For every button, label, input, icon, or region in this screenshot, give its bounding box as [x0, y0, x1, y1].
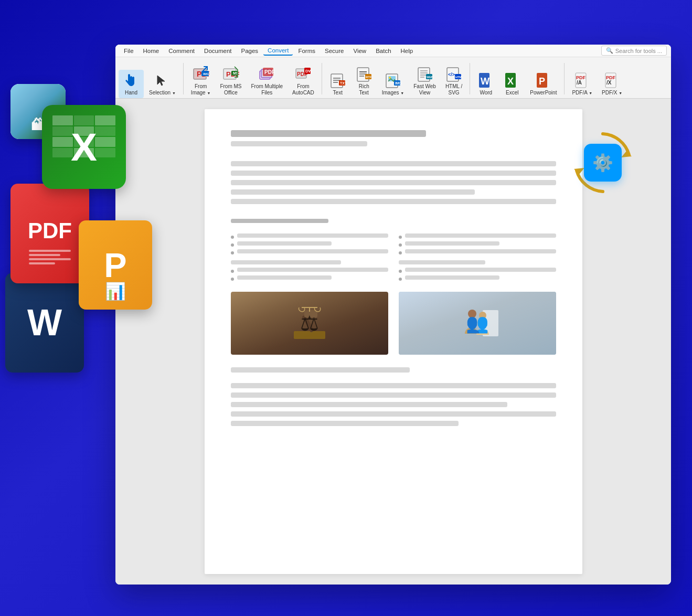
doc-spacer-4: [231, 363, 556, 367]
from-image-btn[interactable]: PDF IMG FromImage ▼: [187, 63, 215, 98]
doc-image-law: [231, 292, 388, 355]
doc-body-line: [231, 171, 556, 176]
menu-forms[interactable]: Forms: [294, 47, 320, 55]
menu-secure[interactable]: Secure: [321, 47, 348, 55]
word-lines: [38, 347, 51, 355]
document-page: [205, 109, 582, 574]
rich-text-icon: RTF: [356, 66, 372, 82]
powerpoint-tool-icon: P: [535, 72, 552, 89]
word-btn[interactable]: W Word: [473, 70, 498, 98]
pdf-x-btn[interactable]: PDF /X PDF/X ▼: [598, 70, 626, 98]
doc-subtitle: [231, 141, 367, 146]
menu-batch[interactable]: Batch: [371, 47, 395, 55]
pdf-a-btn[interactable]: PDF /A PDF/A ▼: [568, 70, 597, 98]
law-svg: [289, 302, 331, 344]
hand-icon: [123, 72, 140, 89]
doc-body-line: [231, 180, 556, 185]
svg-rect-61: [304, 310, 317, 317]
from-autocad-btn[interactable]: PDF DWG FromAutoCAD: [288, 63, 318, 98]
excel-cell: [52, 137, 73, 147]
doc-bullet-dot: [231, 251, 234, 254]
doc-section-heading: [231, 219, 328, 223]
menu-document[interactable]: Document: [200, 47, 236, 55]
svg-text:P: P: [539, 76, 545, 87]
excel-app-icon: X: [42, 105, 126, 189]
svg-text:</>: </>: [448, 72, 455, 77]
excel-tool-icon: X: [504, 72, 520, 89]
separator-2: [322, 63, 322, 94]
pdf-line: [29, 262, 55, 264]
powerpoint-btn[interactable]: P PowerPoint: [526, 70, 561, 98]
ppt-letter: P: [104, 246, 126, 285]
search-box[interactable]: 🔍 Search for tools ...: [601, 46, 667, 56]
ribbon: File Home Comment Document Pages Convert…: [115, 45, 671, 99]
fast-web-view-icon: WEB: [417, 66, 433, 82]
convert-icon-group: ⚙️: [566, 126, 640, 199]
doc-bullet-text: [405, 241, 499, 246]
doc-bullet-dot: [399, 278, 402, 281]
pdf-line: [29, 258, 71, 260]
from-ms-office-label: From MSOffice: [220, 83, 241, 96]
svg-text:W: W: [481, 76, 489, 87]
separator-1: [183, 63, 184, 94]
hand-tool-btn[interactable]: Hand: [119, 70, 144, 98]
excel-grid: [52, 115, 115, 157]
menu-file[interactable]: File: [120, 47, 138, 55]
menu-pages[interactable]: Pages: [237, 47, 263, 55]
from-image-label: FromImage ▼: [191, 83, 211, 96]
svg-text:PDF: PDF: [264, 69, 275, 75]
svg-text:IMG: IMG: [203, 72, 209, 76]
doc-bullet-item: [231, 241, 388, 247]
excel-cell: [95, 137, 115, 147]
doc-col-line: [231, 260, 341, 264]
menu-home[interactable]: Home: [139, 47, 164, 55]
svg-text:IMG: IMG: [395, 81, 401, 85]
excel-btn[interactable]: X Excel: [499, 70, 525, 98]
html-svg-btn[interactable]: </> HTML HTML /SVG: [441, 63, 466, 98]
word-letter: W: [27, 302, 62, 344]
menu-convert[interactable]: Convert: [263, 46, 293, 56]
fast-web-view-btn[interactable]: WEB Fast WebView: [409, 63, 440, 98]
powerpoint-tool-label: PowerPoint: [530, 90, 557, 96]
svg-point-65: [468, 310, 476, 318]
doc-bullet-text: [405, 275, 499, 280]
doc-bullet-text: [237, 268, 388, 272]
svg-rect-67: [475, 325, 485, 332]
text-btn[interactable]: TXT Text: [325, 70, 350, 98]
from-multiple-btn[interactable]: PDF From MultipleFiles: [247, 63, 287, 98]
pdf-line: [29, 250, 71, 252]
menu-comment[interactable]: Comment: [164, 47, 199, 55]
doc-bullet-item: [399, 241, 556, 247]
pdf-a-icon: PDF /A: [574, 72, 591, 89]
menu-help[interactable]: Help: [397, 47, 418, 55]
excel-cell: [74, 148, 94, 158]
menu-view[interactable]: View: [349, 47, 370, 55]
excel-cell: [95, 148, 115, 158]
excel-cell: [74, 137, 94, 147]
from-ms-office-btn[interactable]: PDF MS From MSOffice: [216, 63, 246, 98]
doc-bullet-dot: [231, 243, 234, 247]
selection-tool-btn[interactable]: Selection ▼: [145, 70, 180, 98]
pdf-x-icon: PDF /X: [604, 72, 621, 89]
search-placeholder: Search for tools ...: [615, 48, 662, 54]
selection-label: Selection ▼: [149, 90, 176, 96]
from-autocad-label: FromAutoCAD: [292, 83, 314, 96]
fast-web-view-label: Fast WebView: [413, 83, 436, 96]
ribbon-menu-bar: File Home Comment Document Pages Convert…: [115, 45, 671, 57]
gear-center: ⚙️: [584, 144, 622, 182]
images-btn[interactable]: IMG Images ▼: [378, 70, 409, 98]
pdf-lines: [29, 250, 71, 264]
doc-body-line: [231, 161, 556, 166]
ppt-chart-icon: 📊: [105, 281, 126, 301]
doc-body-line: [231, 189, 475, 195]
search-icon: 🔍: [606, 47, 613, 54]
doc-body-line: [231, 421, 459, 426]
from-ms-office-icon: PDF MS: [222, 66, 239, 82]
doc-bullet-text: [237, 241, 332, 246]
html-svg-icon: </> HTML: [445, 66, 462, 82]
svg-rect-64: [483, 310, 498, 336]
images-icon: IMG: [385, 72, 401, 89]
doc-image-office: [399, 292, 556, 355]
rich-text-btn[interactable]: RTF RichText: [352, 63, 377, 98]
excel-cell: [52, 148, 73, 158]
